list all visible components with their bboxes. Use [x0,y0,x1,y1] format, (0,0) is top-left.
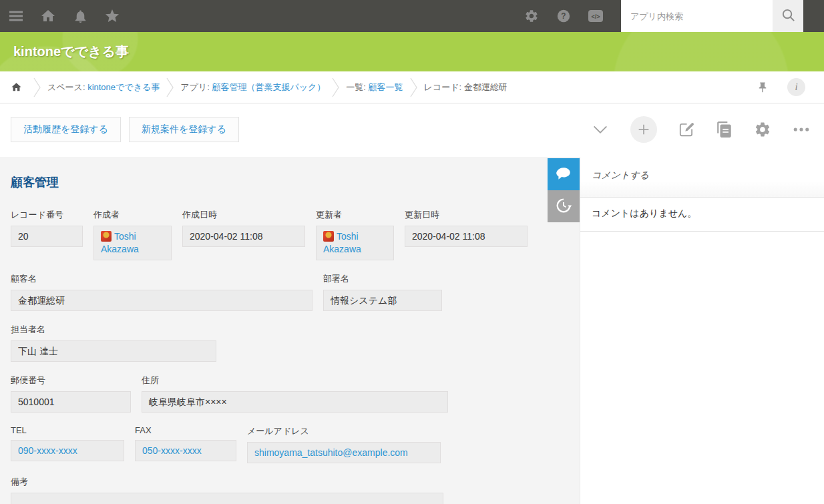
breadcrumb-app: アプリ: 顧客管理（営業支援パック） [180,81,325,93]
field-contact-person: 担当者名 下山 達士 [11,324,216,362]
comment-empty-message: コメントはありません。 [580,198,824,232]
updated-by-value: Toshi Akazawa [316,226,394,260]
field-label: レコード番号 [11,209,83,221]
contact-person-value: 下山 達士 [11,340,216,362]
address-value: 岐阜県岐阜市×××× [142,391,448,413]
breadcrumb-record-prefix: レコード: [424,82,464,92]
svg-text:?: ? [561,11,566,21]
breadcrumb-space-link[interactable]: kintoneでできる事 [87,82,160,92]
content-area: 顧客管理 レコード番号 20 作成者 Toshi Akazawa 作成日時 20… [0,157,824,504]
field-created-at: 作成日時 2020-04-02 11:08 [182,209,305,247]
search-button[interactable] [773,0,803,32]
fax-link[interactable]: 050-xxxx-xxxx [135,440,236,461]
field-label: 住所 [142,374,448,387]
toolbar-icon-group [591,116,811,143]
notes-value [11,493,443,504]
field-notes: 備考 [11,476,443,504]
space-cover-banner[interactable]: kintoneでできる事 [0,32,824,71]
svg-text:</>: </> [591,13,600,20]
app-search-group [621,0,803,32]
field-label: 顧客名 [11,273,313,285]
field-label: 備考 [11,476,443,488]
field-record-number: レコード番号 20 [11,209,83,247]
more-options-ellipsis-icon[interactable] [792,120,811,139]
field-fax: FAX 050-xxxx-xxxx [135,425,236,461]
field-row-contact: 担当者名 下山 達士 [11,324,548,362]
comments-tab[interactable] [548,158,580,190]
updated-at-value: 2020-04-02 11:08 [405,226,528,247]
change-history-tab[interactable] [548,190,580,222]
field-row-address: 郵便番号 5010001 住所 岐阜県岐阜市×××× [11,374,548,413]
settings-gear-icon[interactable] [516,0,548,32]
breadcrumb-record: レコード: 金都運総研 [424,81,507,93]
breadcrumb-separator-icon [410,77,417,98]
edit-record-icon[interactable] [678,121,695,138]
record-settings-gear-icon[interactable] [754,121,771,138]
comment-panel: コメントする コメントはありません。 [580,157,824,504]
comment-input-placeholder[interactable]: コメントする [580,157,824,198]
user-avatar [323,231,334,242]
department-value: 情報システム部 [323,290,442,311]
field-updated-by: 更新者 Toshi Akazawa [316,209,394,260]
field-label: 郵便番号 [11,374,131,387]
breadcrumb-separator-icon [166,77,174,98]
register-new-deal-button[interactable]: 新規案件を登録する [129,117,239,142]
field-department: 部署名 情報システム部 [323,273,442,311]
help-icon[interactable]: ? [548,0,580,32]
field-row-phone: TEL 090-xxxx-xxxx FAX 050-xxxx-xxxx メールア… [11,425,548,463]
search-input[interactable] [621,0,773,32]
home-icon[interactable] [32,0,64,32]
breadcrumb-app-prefix: アプリ: [180,82,212,92]
breadcrumb-record-label: 金都運総研 [464,82,507,92]
speech-bubble-icon [555,165,572,184]
breadcrumb-space-prefix: スペース: [47,82,87,92]
field-label: メールアドレス [247,425,441,437]
field-tel: TEL 090-xxxx-xxxx [11,425,124,461]
breadcrumb-space: スペース: kintoneでできる事 [47,81,160,93]
hamburger-menu-icon[interactable] [0,0,32,32]
chevron-down-icon[interactable] [591,120,610,139]
breadcrumb-separator-icon [332,77,339,98]
field-row-customer: 顧客名 金都運総研 部署名 情報システム部 [11,273,548,311]
breadcrumb-right-group: i [757,78,805,96]
record-toolbar: 活動履歴を登録する 新規案件を登録する [0,103,824,157]
tel-link[interactable]: 090-xxxx-xxxx [11,440,124,461]
field-label: 作成者 [93,209,172,221]
field-postal-code: 郵便番号 5010001 [11,374,131,413]
field-row-system: レコード番号 20 作成者 Toshi Akazawa 作成日時 2020-04… [11,209,548,260]
breadcrumb-view: 一覧: 顧客一覧 [346,81,403,93]
field-address: 住所 岐阜県岐阜市×××× [142,374,448,413]
register-activity-button[interactable]: 活動履歴を登録する [11,117,121,142]
breadcrumb-home-icon[interactable] [5,81,27,93]
history-clock-icon [554,196,573,217]
user-avatar [101,231,112,242]
info-glyph: i [795,81,797,93]
field-label: 作成日時 [182,209,305,221]
field-updated-at: 更新日時 2020-04-02 11:08 [405,209,528,247]
record-app-title: 顧客管理 [11,174,548,190]
customer-name-value: 金都運総研 [11,290,313,311]
created-at-value: 2020-04-02 11:08 [182,226,305,247]
breadcrumb-app-link[interactable]: 顧客管理（営業支援パック） [212,82,325,92]
field-label: 部署名 [323,273,442,285]
breadcrumb-view-link[interactable]: 顧客一覧 [369,82,403,92]
duplicate-record-icon[interactable] [716,121,733,138]
record-side-tabs [548,157,580,504]
record-number-value: 20 [11,226,83,247]
add-record-button[interactable] [630,116,657,143]
breadcrumb-separator-icon [33,77,41,98]
pin-icon[interactable] [757,81,769,93]
field-customer-name: 顧客名 金都運総研 [11,273,313,311]
field-created-by: 作成者 Toshi Akazawa [93,209,172,260]
field-label: 担当者名 [11,324,216,336]
favorites-star-icon[interactable] [96,0,128,32]
field-label: FAX [135,425,236,435]
field-row-notes: 備考 [11,476,548,504]
top-navigation-bar: ? </> [0,0,824,32]
field-label: 更新者 [316,209,394,221]
notifications-bell-icon[interactable] [64,0,96,32]
info-icon[interactable]: i [787,78,805,96]
search-icon [781,7,796,25]
email-link[interactable]: shimoyama_tatsuhito@example.com [247,442,441,463]
developer-code-icon[interactable]: </> [580,0,612,32]
